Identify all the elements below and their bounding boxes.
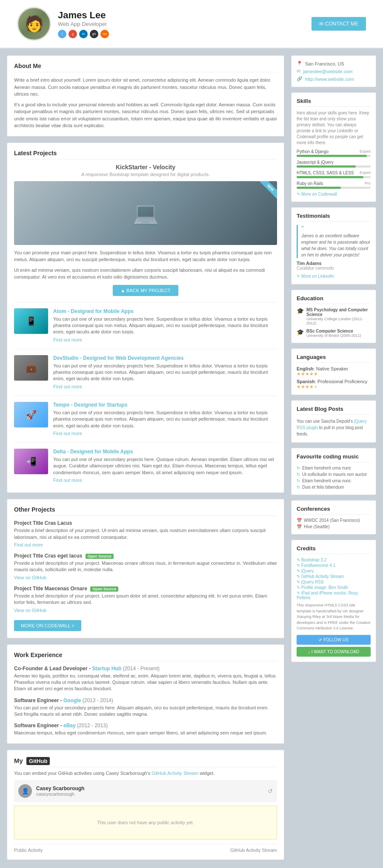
edu-icon-1: 🎓 [297, 307, 304, 325]
skills-intro: Intro about your skills goes here. Keep … [297, 110, 371, 146]
education-card: Education 🎓 MS Psychology and Computer S… [291, 290, 376, 343]
open-source-badge-1: Open Source [86, 554, 114, 559]
main-project-desc1: You can promote your main project here. … [14, 249, 277, 263]
other-project-1-name: Project Title Cras Lacus [14, 520, 277, 526]
edu-school-2: University of Bristol (2005-2011) [306, 333, 361, 338]
sub-project-dev-link[interactable]: Find out more [53, 384, 82, 389]
testimonial-author-name: Tim Adams [297, 261, 371, 266]
languages-card: Languages English: Native Speaker ★★★★★ … [291, 348, 376, 395]
testimonial-body: James is an excellent software engineer … [301, 233, 371, 258]
credits-card: Credits ✎ Bootstrap 3.2 ✎ FontAwesome 4.… [291, 540, 376, 662]
contact-email[interactable]: ✉ jameslee@website.com [297, 68, 371, 74]
credit-1: ✎ Bootstrap 3.2 [297, 558, 371, 562]
edu-icon-2: 🎓 [297, 329, 304, 338]
github-refresh-icon[interactable]: ↺ [268, 788, 273, 794]
sub-project-delta: 📲 Delta - Designed for Mobile Apps You c… [14, 449, 277, 483]
github-user-name: Casey Scarborough [36, 785, 84, 791]
contact-location: 📍 San Francisco, US [297, 61, 371, 66]
sub-project-dev-image: 💼 [14, 355, 48, 381]
rss-icon[interactable]: rss [100, 30, 109, 38]
social-links: t g in gh rss [58, 30, 109, 38]
skill-js: Javascript & jQuery [297, 160, 371, 168]
contact-info-card: 📍 San Francisco, US ✉ jameslee@website.c… [291, 55, 376, 87]
contact-website[interactable]: 🔗 http://www.website.com [297, 76, 371, 82]
other-project-3-link[interactable]: View on GitHub [14, 608, 46, 613]
sub-project-delta-name: Delta - Designed for Mobile Apps [53, 449, 277, 455]
open-source-badge-2: Open Source [90, 586, 118, 592]
skill-python: Python & Django Expert [297, 149, 371, 157]
action-buttons: ✔ FOLLOW US ↓ I WANT TO DOWNLOAD [297, 635, 371, 657]
other-project-3-name: Project Title Maecenas Ornare Open Sourc… [14, 586, 277, 592]
github-footer-right: GitHub Activity Stream [230, 848, 277, 853]
job-3-title: Software Engineer - eBay (2012 - 2013) [14, 723, 277, 729]
credits-title: Credits [297, 545, 371, 554]
job-3: Software Engineer - eBay (2012 - 2013) M… [14, 723, 277, 736]
github-title: My GitHub [14, 757, 277, 767]
job-2-title: Software Engineer - Google (2013 - 2014) [14, 697, 277, 703]
download-button[interactable]: ↓ I WANT TO DOWNLOAD [297, 647, 371, 657]
language-english: English: Native Speaker ★★★★★ [297, 366, 371, 377]
coderwall-link[interactable]: ✎ More on Coderwall [297, 192, 371, 196]
job-2: Software Engineer - Google (2013 - 2014)… [14, 697, 277, 718]
github-activity-text: This user does not have any public activ… [97, 820, 194, 825]
user-name: James Lee [58, 10, 109, 21]
sub-project-delta-link[interactable]: Find out more [53, 478, 82, 483]
job-1-desc: Aenean leo ligula, porttitor eu, consequ… [14, 673, 277, 692]
credit-5: ✎ jQuery RSS [297, 580, 371, 584]
follow-button[interactable]: ✔ FOLLOW US [297, 635, 371, 645]
music-icon-1: ↻ [297, 466, 300, 470]
linkedin-icon[interactable]: in [79, 30, 88, 38]
music-icon-3: ↻ [297, 478, 300, 483]
codewall-button[interactable]: MORE ON CODEWALL > [14, 620, 81, 631]
location-icon: 📍 [297, 61, 303, 66]
music-item-4: ↻ Duis et felis bibendum [297, 485, 371, 489]
music-item-1: ↻ Etiam hendrerit urna nunc [297, 466, 371, 470]
skills-title: Skills [297, 98, 371, 107]
other-project-2-link[interactable]: View on GitHub [14, 575, 46, 580]
credit-6: ✎ Profile image: Ben Smith [297, 585, 371, 590]
conf-icon-1: 📅 [297, 518, 302, 523]
github-activity-box: This user does not have any public activ… [14, 805, 277, 840]
sub-project-tempo-link[interactable]: Find out more [53, 431, 82, 436]
sub-project-atom-name: Atom - Designed for Mobile Apps [53, 308, 277, 314]
skill-html: HTML5, CSS3, SASS & LESS Expert [297, 171, 371, 178]
skills-card: Skills Intro about your skills goes here… [291, 92, 376, 202]
main-project-desc2: Ut enim ad minima veniam, quis nostrum e… [14, 267, 277, 281]
sub-project-atom-link[interactable]: Find out more [53, 337, 82, 342]
main-project-name: KickStarter - Velocity [14, 164, 277, 171]
other-project-1-link[interactable]: Find out more [14, 542, 43, 547]
sub-project-atom-desc: You can put one of your secondary projec… [53, 316, 277, 336]
music-item-2: ↻ Ut sollicitudin in mauris non auctor [297, 472, 371, 477]
testimonials-title: Testimonials [297, 213, 371, 222]
google-icon[interactable]: g [69, 30, 77, 38]
education-item-1: 🎓 MS Psychology and Computer Science Uni… [297, 307, 371, 325]
linkedin-more-link[interactable]: ✎ More on LinkedIn [297, 274, 334, 279]
sub-project-tempo-image: 🚀 [14, 402, 48, 427]
other-projects-card: Other Projects Project Title Cras Lacus … [7, 499, 284, 638]
other-project-2-desc: Provide a brief description of your proj… [14, 560, 277, 573]
twitter-icon[interactable]: t [58, 30, 66, 38]
github-icon[interactable]: gh [90, 30, 98, 38]
github-username: caseyscarborough [36, 791, 84, 797]
website-icon: 🔗 [297, 76, 303, 82]
github-title-my: My [14, 757, 23, 764]
credit-2: ✎ FontAwesome 4.1 [297, 563, 371, 568]
conference-2: 📅 Hive (Seattle) [297, 524, 371, 529]
avatar: 🧑 [17, 7, 51, 41]
conf-icon-2: 📅 [297, 524, 302, 529]
main-project-image: 💻 NEW [14, 181, 277, 245]
language-spanish: Spanish: Professional Proficiency ★★★★★ [297, 379, 371, 390]
blog-desc: You can use Sascha Depold's jQuery RSS p… [297, 418, 371, 437]
contact-button[interactable]: ✉ CONTACT ME [312, 17, 366, 31]
back-project-button[interactable]: ▲ BACK MY PROJECT [113, 285, 178, 296]
about-para1: Write a brief intro about yourself. Lore… [14, 77, 277, 98]
email-icon: ✉ [297, 68, 300, 74]
blog-title: Latest Blog Posts [297, 406, 371, 415]
sub-project-delta-desc: You can put one of your secondary projec… [53, 456, 277, 476]
github-footer-left: Public Activity [14, 848, 43, 853]
about-card: About Me Write a brief intro about yours… [7, 55, 284, 137]
latest-projects-card: Latest Projects KickStarter - Velocity A… [7, 142, 284, 493]
edu-degree-2: BSc Computer Science [306, 329, 361, 333]
github-activity-link[interactable]: GitHub Activity Stream [151, 771, 198, 776]
other-project-2-name: Project Title Cras eget lacus Open Sourc… [14, 553, 277, 559]
